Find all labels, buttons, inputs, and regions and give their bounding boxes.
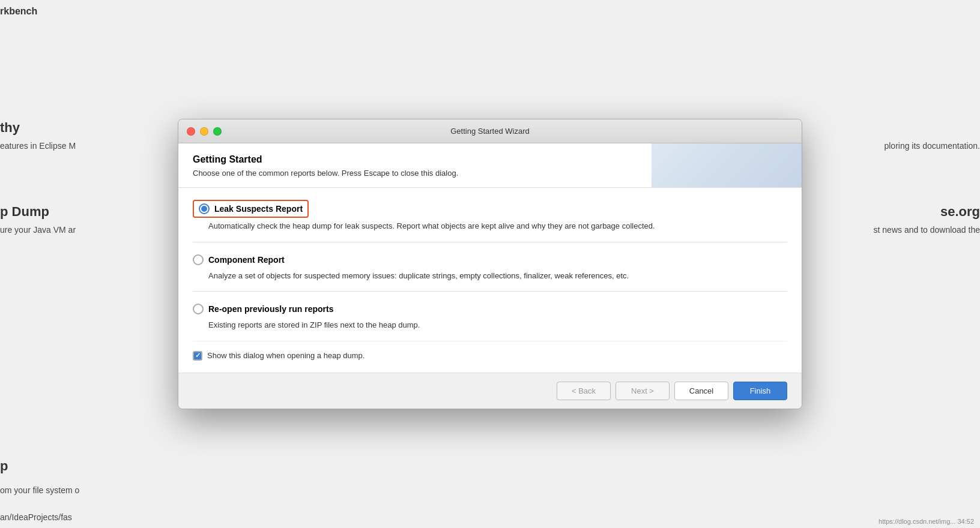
radio-leak-suspects[interactable] [199, 203, 210, 214]
maximize-window-button[interactable] [213, 127, 222, 136]
close-window-button[interactable] [187, 127, 195, 136]
minimize-window-button[interactable] [200, 127, 208, 136]
divider-1 [193, 242, 787, 242]
option-leak-suspects[interactable]: Leak Suspects Report [193, 200, 787, 218]
dialog-header: Getting Started Choose one of the common… [178, 143, 802, 188]
back-button[interactable]: < Back [557, 382, 611, 400]
dialog-heading: Getting Started [193, 154, 787, 165]
option-reopen-reports-description: Existing reports are stored in ZIP files… [208, 319, 787, 331]
option-reopen-reports[interactable]: Re-open previously run reports [193, 301, 787, 317]
divider-2 [193, 291, 787, 292]
option-reopen-reports-label: Re-open previously run reports [208, 304, 333, 314]
option-component-report-label-row[interactable]: Component Report [193, 252, 787, 268]
cancel-button[interactable]: Cancel [674, 382, 728, 400]
show-dialog-checkbox-row[interactable]: Show this dialog when opening a heap dum… [193, 341, 787, 361]
option-reopen-reports-label-row[interactable]: Re-open previously run reports [193, 301, 787, 317]
option-leak-suspects-label: Leak Suspects Report [214, 204, 303, 214]
dialog-body: Leak Suspects Report Automatically check… [178, 188, 802, 373]
finish-button[interactable]: Finish [733, 382, 787, 400]
option-component-report[interactable]: Component Report [193, 252, 787, 268]
dialog-description: Choose one of the common reports below. … [193, 169, 787, 178]
header-background-decoration [652, 143, 802, 187]
option-leak-suspects-description: Automatically check the heap dump for le… [208, 220, 787, 232]
radio-component-report[interactable] [193, 254, 204, 265]
getting-started-dialog: Getting Started Wizard Getting Started C… [178, 119, 802, 409]
option-component-report-label: Component Report [208, 255, 285, 265]
next-button[interactable]: Next > [616, 382, 670, 400]
title-bar: Getting Started Wizard [178, 119, 802, 143]
dialog-footer: < Back Next > Cancel Finish [178, 373, 802, 409]
show-dialog-checkbox-label: Show this dialog when opening a heap dum… [207, 351, 364, 360]
radio-reopen-reports[interactable] [193, 304, 204, 314]
dialog-title: Getting Started Wizard [450, 127, 530, 136]
dialog-overlay: Getting Started Wizard Getting Started C… [0, 0, 980, 528]
show-dialog-checkbox[interactable] [193, 351, 202, 361]
traffic-lights [187, 127, 222, 136]
option-component-report-description: Analyze a set of objects for suspected m… [208, 270, 787, 282]
